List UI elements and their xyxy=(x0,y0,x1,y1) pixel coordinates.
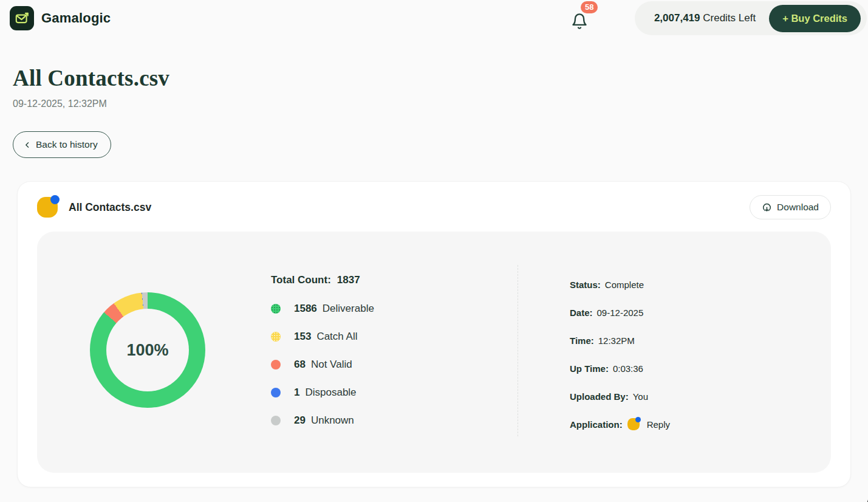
reply-app-icon-small xyxy=(627,418,640,430)
page-head: All Contacts.csv 09-12-2025, 12:32PM Bac… xyxy=(0,64,868,158)
download-button-label: Download xyxy=(777,202,819,213)
legend-row-not-valid: 68 Not Valid xyxy=(271,351,374,379)
total-count-value: 1837 xyxy=(337,274,360,286)
uploaded-by-value: You xyxy=(633,391,648,402)
credits-left-text: 2,007,419 Credits Left xyxy=(654,12,756,24)
uploaded-by-label: Uploaded By: xyxy=(570,391,629,402)
detail-row-status: Status: Complete xyxy=(570,279,670,290)
application-label: Application: xyxy=(570,419,623,430)
total-count-label: Total Count: xyxy=(271,274,331,286)
legend-row-catch-all: 153 Catch All xyxy=(271,323,374,351)
detail-row-time: Time: 12:32PM xyxy=(570,335,670,346)
mouse-cursor xyxy=(864,496,868,502)
up-time-value: 0:03:36 xyxy=(613,363,643,374)
buy-credits-button[interactable]: + Buy Credits xyxy=(769,5,861,32)
unknown-count: 29 xyxy=(294,414,306,427)
disposable-dot-icon xyxy=(271,388,281,397)
not-valid-count: 68 xyxy=(294,359,306,371)
date-label: Date: xyxy=(570,308,593,318)
detail-row-date: Date: 09-12-2025 xyxy=(570,307,670,318)
credits-pill: 2,007,419 Credits Left + Buy Credits xyxy=(635,1,867,35)
time-value: 12:32PM xyxy=(598,335,635,346)
deliverable-dot-icon xyxy=(271,304,281,314)
catch-all-count: 153 xyxy=(294,331,311,343)
gamalogic-envelope-icon xyxy=(10,6,34,30)
download-button[interactable]: Download xyxy=(750,195,831,219)
date-value: 09-12-2025 xyxy=(597,308,644,318)
disposable-count: 1 xyxy=(294,387,299,399)
brand-name: Gamalogic xyxy=(41,10,111,26)
result-card: All Contacts.csv Download 100% Total Cou… xyxy=(17,181,851,487)
not-valid-dot-icon xyxy=(271,360,281,370)
not-valid-label: Not Valid xyxy=(311,359,352,371)
disposable-label: Disposable xyxy=(305,387,356,399)
card-header: All Contacts.csv Download xyxy=(37,196,831,219)
vertical-divider xyxy=(518,265,518,436)
notifications-button[interactable]: 58 xyxy=(571,7,595,33)
chevron-left-icon xyxy=(24,141,32,149)
notification-count-badge: 58 xyxy=(581,1,598,13)
unknown-dot-icon xyxy=(271,416,281,425)
page-title: All Contacts.csv xyxy=(13,64,868,92)
application-value: Reply xyxy=(647,419,670,430)
file-name: All Contacts.csv xyxy=(69,201,151,214)
bell-icon xyxy=(571,12,588,33)
status-value: Complete xyxy=(605,280,644,290)
detail-row-up-time: Up Time: 0:03:36 xyxy=(570,363,670,374)
deliverable-count: 1586 xyxy=(294,303,317,315)
catch-all-dot-icon xyxy=(271,332,281,342)
reply-app-icon-dot xyxy=(50,195,60,204)
result-panel: 100% Total Count:1837 1586 Deliverable 1… xyxy=(37,232,831,473)
up-time-label: Up Time: xyxy=(570,363,609,374)
credits-suffix: Credits Left xyxy=(700,12,756,24)
detail-row-uploaded-by: Uploaded By: You xyxy=(570,391,670,402)
catch-all-label: Catch All xyxy=(316,331,357,343)
legend-row-unknown: 29 Unknown xyxy=(271,407,374,435)
time-label: Time: xyxy=(570,335,594,346)
topbar: Gamalogic 58 2,007,419 Credits Left + Bu… xyxy=(0,0,868,36)
donut-chart: 100% xyxy=(90,292,205,408)
back-button-label: Back to history xyxy=(36,139,98,150)
legend-row-deliverable: 1586 Deliverable xyxy=(271,295,374,323)
back-to-history-button[interactable]: Back to history xyxy=(13,131,111,158)
donut-center-label: 100% xyxy=(126,341,168,360)
detail-row-application: Application: Reply xyxy=(570,419,670,430)
total-count-row: Total Count:1837 xyxy=(271,274,374,286)
details-column: Status: Complete Date: 09-12-2025 Time: … xyxy=(570,279,670,447)
deliverable-label: Deliverable xyxy=(323,303,374,315)
page-timestamp: 09-12-2025, 12:32PM xyxy=(13,97,868,111)
credits-value: 2,007,419 xyxy=(654,12,700,24)
status-label: Status: xyxy=(570,280,601,290)
file-info: All Contacts.csv xyxy=(37,197,151,218)
download-icon xyxy=(762,202,772,213)
legend-row-disposable: 1 Disposable xyxy=(271,379,374,407)
reply-app-icon-small-dot xyxy=(635,417,641,422)
stats-column: Total Count:1837 1586 Deliverable 153 Ca… xyxy=(271,274,374,435)
unknown-label: Unknown xyxy=(311,414,354,427)
reply-app-icon xyxy=(37,197,58,218)
brand-logo[interactable]: Gamalogic xyxy=(10,6,111,30)
